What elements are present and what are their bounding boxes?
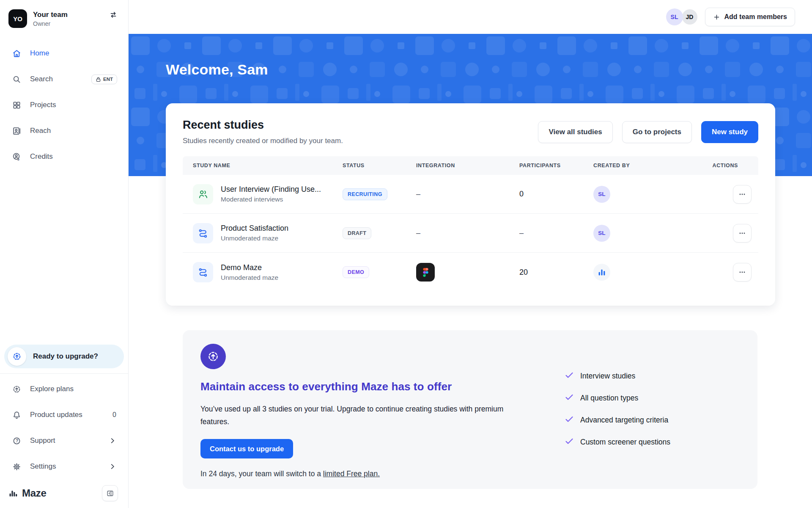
study-link[interactable]: Product Satisfaction Unmoderated maze [183,223,343,243]
feature-label: Advanced targeting criteria [580,416,668,425]
sidebar-divider [0,373,128,374]
limited-free-plan-link[interactable]: limited Free plan. [323,469,380,478]
sidebar-item-search[interactable]: Search ENT [4,68,124,90]
view-all-studies-button[interactable]: View all studies [538,121,612,143]
gear-icon [12,462,22,472]
study-link[interactable]: Demo Maze Unmoderated maze [183,262,343,282]
participants-value: 20 [519,268,593,277]
topbar: SL JD Add team members [129,0,812,34]
participants-value: 0 [519,190,593,199]
sidebar-item-label: Explore plans [30,385,74,393]
sidebar-item-label: Product updates [30,411,82,419]
upgrade-circle-icon [8,347,26,366]
feature-label: Interview studies [580,372,635,381]
sidebar-item-settings[interactable]: Settings [4,456,124,478]
table-header: STUDY NAME STATUS INTEGRATION PARTICIPAN… [183,156,758,175]
ready-to-upgrade-button[interactable]: Ready to upgrade? [4,345,124,368]
col-participants: PARTICIPANTS [519,163,593,168]
feature-list: Interview studies All question types Adv… [564,370,670,448]
figma-icon [416,263,435,282]
sidebar-item-label: Home [30,49,49,58]
plus-icon [713,14,720,21]
sidebar-item-label: Search [30,75,53,83]
study-name: User Interview (Finding Use... [221,185,321,194]
studies-table: STUDY NAME STATUS INTEGRATION PARTICIPAN… [183,156,758,292]
switch-team-icon[interactable] [109,10,118,19]
chevron-right-icon [109,463,116,470]
status-badge: DRAFT [343,227,371,239]
status-badge: RECRUITING [343,188,387,200]
add-team-members-button[interactable]: Add team members [705,8,796,26]
chevron-right-icon [109,437,116,444]
integration-value: – [416,190,519,199]
reach-icon [12,126,22,136]
sidebar-item-explore-plans[interactable]: Explore plans [4,378,124,400]
maze-logo: Maze [9,487,47,499]
study-link[interactable]: User Interview (Finding Use... Moderated… [183,184,343,204]
table-row: User Interview (Finding Use... Moderated… [183,175,758,214]
feature-item: Custom screener questions [564,436,670,448]
bell-icon [12,410,22,420]
credits-icon: $ [12,152,22,162]
lock-icon [96,77,101,82]
col-status: STATUS [343,163,416,168]
team-avatar: YO [8,9,27,28]
study-name: Demo Maze [221,263,278,272]
contact-us-to-upgrade-button[interactable]: Contact us to upgrade [200,439,293,458]
study-name: Product Satisfaction [221,224,288,233]
feature-item: Advanced targeting criteria [564,414,670,426]
participants-value: – [519,229,593,237]
sidebar-item-label: Settings [30,462,56,471]
sidebar-nav: Home Search ENT Projects Reach $ Credi [0,42,128,168]
row-actions-button[interactable] [733,185,752,204]
help-icon: ? [12,436,22,446]
svg-text:$: $ [17,157,19,161]
sidebar-item-label: Projects [30,101,56,109]
upgrade-circle-icon [200,344,226,369]
downgrade-notice: In 24 days, your team will switch to a l… [200,469,740,478]
feature-item: Interview studies [564,370,670,382]
sidebar-item-credits[interactable]: $ Credits [4,146,124,168]
row-actions-button[interactable] [733,263,752,282]
team-name: Your team [33,10,68,19]
status-badge: DEMO [343,266,369,278]
avatar[interactable]: SL [666,8,683,25]
sidebar-item-support[interactable]: ? Support [4,430,124,452]
check-icon [564,436,574,448]
col-actions: ACTIONS [697,163,748,168]
created-by-avatar: SL [593,225,610,242]
sidebar-item-product-updates[interactable]: Product updates 0 [4,404,124,426]
check-icon [564,370,574,382]
sidebar-item-label: Credits [30,152,53,161]
created-by-avatar: SL [593,186,610,203]
enterprise-badge: ENT [91,75,117,84]
sidebar-item-reach[interactable]: Reach [4,120,124,142]
add-team-members-label: Add team members [724,13,787,21]
explore-plans-icon [12,384,22,394]
team-switcher[interactable]: YO Your team Owner [0,0,128,32]
study-type: Unmoderated maze [221,235,288,242]
maze-study-icon [193,262,213,282]
team-role: Owner [33,20,68,27]
upgrade-panel: Maintain access to everything Maze has t… [183,330,757,489]
new-study-button[interactable]: New study [701,121,758,143]
maze-dashboard: YO Your team Owner Home Search ENT [0,0,812,508]
avatar[interactable]: JD [681,8,698,25]
row-actions-button[interactable] [733,224,752,243]
feature-label: All question types [580,394,638,403]
product-updates-count: 0 [112,411,116,419]
sidebar-bottom: Ready to upgrade? Explore plans Product … [0,345,128,508]
check-icon [564,414,574,426]
search-icon [12,75,22,84]
ready-to-upgrade-label: Ready to upgrade? [33,352,98,361]
collapse-sidebar-button[interactable] [102,485,118,501]
check-icon [564,392,574,404]
welcome-heading: Welcome, Sam [166,61,268,78]
sidebar-item-projects[interactable]: Projects [4,94,124,116]
recent-studies-subtitle: Studies recently created or modified by … [183,137,343,145]
interview-study-icon [193,184,213,204]
sidebar-item-home[interactable]: Home [4,42,124,64]
sidebar-footer-nav: Explore plans Product updates 0 ? Suppor… [0,378,128,478]
go-to-projects-button[interactable]: Go to projects [622,121,692,143]
table-row: Product Satisfaction Unmoderated maze DR… [183,214,758,253]
